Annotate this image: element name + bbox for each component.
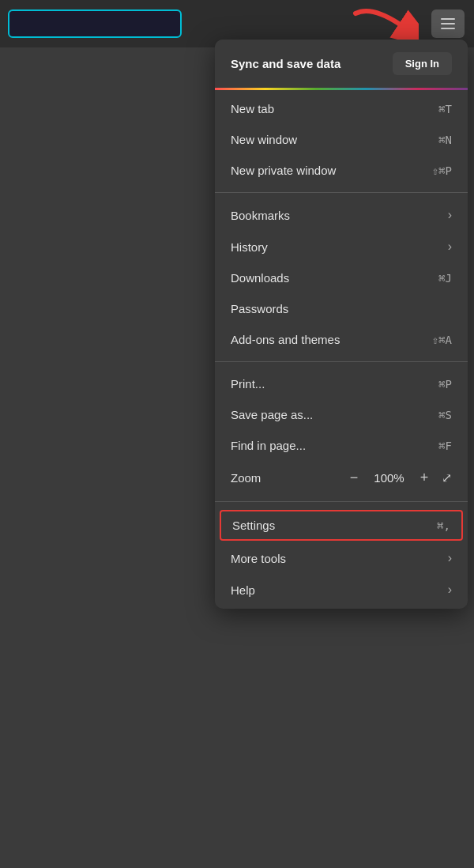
sign-in-button[interactable]: Sign In [393,52,452,75]
zoom-row: Zoom − 100% + ⤢ [215,461,468,495]
menu-item-save-page[interactable]: Save page as... ⌘S [215,399,468,430]
sync-header: Sync and save data Sign In [215,40,468,88]
new-private-window-shortcut: ⇧⌘P [432,164,452,177]
new-private-window-label: New private window [231,164,336,177]
history-chevron: › [448,240,452,254]
menu-item-passwords[interactable]: Passwords [215,293,468,324]
addons-shortcut: ⇧⌘A [432,334,452,346]
red-arrow [348,2,419,45]
hamburger-icon [441,18,455,29]
new-window-label: New window [231,133,297,146]
zoom-label: Zoom [231,471,261,485]
more-tools-chevron: › [448,551,452,565]
section-browse: Bookmarks › History › Downloads ⌘J Passw… [215,196,468,358]
help-chevron: › [448,583,452,597]
zoom-controls: − 100% + ⤢ [344,470,452,486]
menu-item-more-tools[interactable]: More tools › [215,542,468,574]
passwords-label: Passwords [231,302,288,315]
zoom-fullscreen-button[interactable]: ⤢ [442,470,452,485]
divider-2 [215,361,468,362]
print-shortcut: ⌘P [438,378,452,391]
hamburger-menu-button[interactable] [431,9,465,38]
addons-label: Add-ons and themes [231,333,340,346]
save-page-shortcut: ⌘S [438,409,452,421]
divider-1 [215,192,468,193]
menu-item-new-private-window[interactable]: New private window ⇧⌘P [215,155,468,186]
save-page-label: Save page as... [231,408,313,421]
menu-item-history[interactable]: History › [215,231,468,262]
settings-label: Settings [232,519,275,532]
new-tab-label: New tab [231,102,274,115]
menu-item-settings[interactable]: Settings ⌘, [220,510,463,541]
section-page: Print... ⌘P Save page as... ⌘S Find in p… [215,365,468,498]
new-tab-shortcut: ⌘T [438,103,452,115]
zoom-value: 100% [371,471,407,485]
menu-item-print[interactable]: Print... ⌘P [215,368,468,399]
menu-item-help[interactable]: Help › [215,574,468,606]
section-settings: Settings ⌘, More tools › Help › [215,505,468,609]
menu-item-find[interactable]: Find in page... ⌘F [215,430,468,461]
downloads-shortcut: ⌘J [438,272,452,285]
menu-item-downloads[interactable]: Downloads ⌘J [215,262,468,293]
new-window-shortcut: ⌘N [438,134,452,146]
settings-shortcut: ⌘, [437,519,450,532]
print-label: Print... [231,377,265,391]
menu-item-addons[interactable]: Add-ons and themes ⇧⌘A [215,324,468,355]
menu-item-bookmarks[interactable]: Bookmarks › [215,199,468,231]
section-new: New tab ⌘T New window ⌘N New private win… [215,90,468,189]
sync-title: Sync and save data [231,57,340,70]
find-shortcut: ⌘F [438,440,452,452]
menu-item-new-window[interactable]: New window ⌘N [215,124,468,155]
more-tools-label: More tools [231,552,286,565]
help-label: Help [231,583,255,597]
browser-menu-dropdown: Sync and save data Sign In New tab ⌘T Ne… [215,40,468,609]
downloads-label: Downloads [231,271,289,285]
menu-item-new-tab[interactable]: New tab ⌘T [215,93,468,124]
address-bar[interactable] [8,9,182,38]
bookmarks-chevron: › [448,208,452,222]
bookmarks-label: Bookmarks [231,209,290,222]
zoom-minus-button[interactable]: − [344,470,363,486]
find-label: Find in page... [231,439,306,452]
divider-3 [215,501,468,502]
zoom-plus-button[interactable]: + [415,470,434,486]
history-label: History [231,240,268,254]
